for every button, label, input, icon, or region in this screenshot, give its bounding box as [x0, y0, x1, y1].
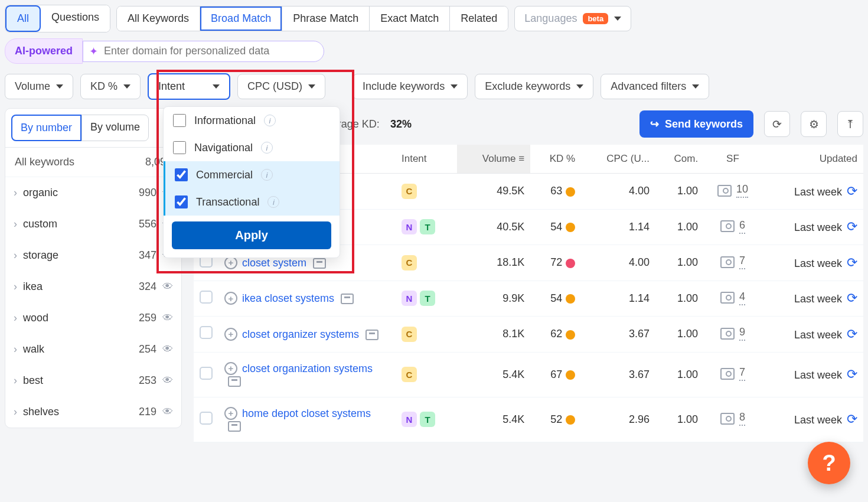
languages-dropdown[interactable]: Languages beta: [514, 6, 631, 31]
intent-badge-c: C: [402, 327, 417, 342]
keyword-link[interactable]: closet organization systems: [242, 362, 373, 374]
info-icon[interactable]: i: [267, 196, 279, 208]
refresh-row-icon[interactable]: ⟳: [847, 255, 857, 270]
keyword-link[interactable]: home depot closet systems: [242, 407, 371, 419]
keyword-link[interactable]: closet system: [242, 256, 306, 268]
intent-option-navigational[interactable]: Navigational i: [164, 134, 340, 161]
tab-questions[interactable]: Questions: [41, 5, 110, 32]
sidebar-header-label: All keywords: [15, 156, 74, 168]
tab-related[interactable]: Related: [450, 6, 508, 31]
sidebar-tab-by-number[interactable]: By number: [11, 115, 81, 141]
refresh-row-icon[interactable]: ⟳: [847, 184, 857, 198]
cell-cpc: 3.67: [581, 352, 655, 397]
col-intent[interactable]: Intent: [396, 145, 457, 174]
sidebar-item[interactable]: › walk 254 👁: [5, 334, 181, 365]
row-checkbox[interactable]: [200, 291, 213, 304]
sidebar-item[interactable]: › best 253 👁: [5, 365, 181, 396]
refresh-button[interactable]: ⟳: [764, 111, 790, 137]
keyword-link[interactable]: ikea closet systems: [242, 292, 334, 304]
send-keywords-button[interactable]: ↪ Send keywords: [639, 110, 753, 138]
info-icon[interactable]: i: [261, 169, 273, 181]
serp-preview-icon[interactable]: [720, 292, 735, 304]
add-keyword-icon[interactable]: +: [224, 292, 237, 305]
serp-snapshot-icon[interactable]: [228, 421, 241, 432]
col-updated[interactable]: Updated: [762, 145, 863, 174]
filter-intent[interactable]: Intent: [148, 73, 230, 100]
tab-all-keywords[interactable]: All Keywords: [117, 6, 200, 31]
sf-count[interactable]: 8: [739, 411, 745, 426]
serp-preview-icon[interactable]: [720, 368, 735, 380]
intent-apply-button[interactable]: Apply: [172, 221, 331, 249]
refresh-row-icon[interactable]: ⟳: [847, 219, 857, 234]
serp-preview-icon[interactable]: [720, 413, 735, 425]
eye-icon[interactable]: 👁: [162, 281, 173, 293]
serp-snapshot-icon[interactable]: [228, 376, 241, 387]
col-cpc[interactable]: CPC (U...: [581, 145, 655, 174]
serp-preview-icon[interactable]: [720, 328, 735, 340]
eye-icon[interactable]: 👁: [162, 312, 173, 324]
sf-count[interactable]: 7: [739, 255, 745, 269]
refresh-row-icon[interactable]: ⟳: [847, 367, 857, 382]
serp-snapshot-icon[interactable]: [313, 258, 326, 269]
sidebar-item[interactable]: › storage 347 👁: [5, 240, 181, 271]
eye-icon[interactable]: 👁: [162, 343, 173, 356]
domain-input[interactable]: [104, 45, 316, 57]
row-checkbox[interactable]: [200, 412, 213, 425]
serp-snapshot-icon[interactable]: [341, 294, 354, 304]
filter-advanced[interactable]: Advanced filters: [601, 74, 709, 99]
tab-all[interactable]: All: [5, 5, 41, 32]
col-volume[interactable]: Volume ≡: [457, 145, 530, 174]
settings-button[interactable]: ⚙: [801, 111, 827, 137]
serp-preview-icon[interactable]: [717, 185, 732, 197]
checkbox-transactional[interactable]: [175, 195, 188, 208]
row-checkbox[interactable]: [200, 367, 213, 380]
info-icon[interactable]: i: [264, 115, 276, 126]
sidebar-item[interactable]: › custom 556 👁: [5, 208, 181, 240]
info-icon[interactable]: i: [261, 142, 273, 154]
ai-input-container[interactable]: ✦: [83, 41, 324, 62]
sf-count[interactable]: 4: [739, 291, 745, 305]
intent-option-transactional[interactable]: Transactional i: [164, 188, 340, 216]
checkbox-navigational[interactable]: [173, 141, 186, 154]
col-kd[interactable]: KD %: [530, 145, 581, 174]
sidebar-tab-by-volume[interactable]: By volume: [81, 115, 149, 141]
sidebar-item[interactable]: › shelves 219 👁: [5, 396, 181, 428]
serp-preview-icon[interactable]: [720, 256, 735, 268]
filter-exclude-keywords[interactable]: Exclude keywords: [475, 74, 593, 99]
sf-count[interactable]: 7: [739, 366, 745, 381]
filter-cpc[interactable]: CPC (USD): [237, 74, 325, 99]
tab-broad-match[interactable]: Broad Match: [200, 6, 282, 31]
serp-preview-icon[interactable]: [720, 220, 735, 232]
eye-icon[interactable]: 👁: [162, 374, 173, 387]
tab-phrase-match[interactable]: Phrase Match: [282, 6, 370, 31]
sf-count[interactable]: 6: [739, 219, 745, 234]
sidebar-item[interactable]: › organic 990 👁: [5, 177, 181, 208]
cell-kd: 52: [530, 397, 581, 442]
filter-include-keywords[interactable]: Include keywords: [353, 74, 468, 99]
sf-count[interactable]: 10: [736, 183, 748, 198]
export-button[interactable]: ⤒: [837, 111, 863, 137]
add-keyword-icon[interactable]: +: [224, 328, 237, 341]
tab-exact-match[interactable]: Exact Match: [370, 6, 450, 31]
add-keyword-icon[interactable]: +: [224, 362, 237, 375]
checkbox-informational[interactable]: [173, 114, 186, 127]
filter-kd[interactable]: KD %: [80, 74, 141, 99]
refresh-row-icon[interactable]: ⟳: [847, 412, 857, 426]
serp-snapshot-icon[interactable]: [366, 330, 378, 340]
filter-volume[interactable]: Volume: [5, 74, 73, 99]
sidebar-item[interactable]: › ikea 324 👁: [5, 271, 181, 302]
checkbox-commercial[interactable]: [175, 168, 188, 181]
intent-option-informational[interactable]: Informational i: [164, 107, 340, 134]
row-checkbox[interactable]: [200, 326, 213, 339]
add-keyword-icon[interactable]: +: [224, 407, 237, 420]
eye-icon[interactable]: 👁: [162, 406, 173, 418]
intent-option-commercial[interactable]: Commercial i: [164, 161, 340, 188]
col-sf[interactable]: SF: [704, 145, 762, 174]
col-com[interactable]: Com.: [655, 145, 704, 174]
refresh-row-icon[interactable]: ⟳: [847, 327, 857, 341]
sf-count[interactable]: 9: [739, 326, 745, 341]
sidebar-item[interactable]: › wood 259 👁: [5, 302, 181, 334]
add-keyword-icon[interactable]: +: [224, 256, 237, 269]
refresh-row-icon[interactable]: ⟳: [847, 291, 857, 305]
keyword-link[interactable]: closet organizer systems: [242, 328, 359, 340]
